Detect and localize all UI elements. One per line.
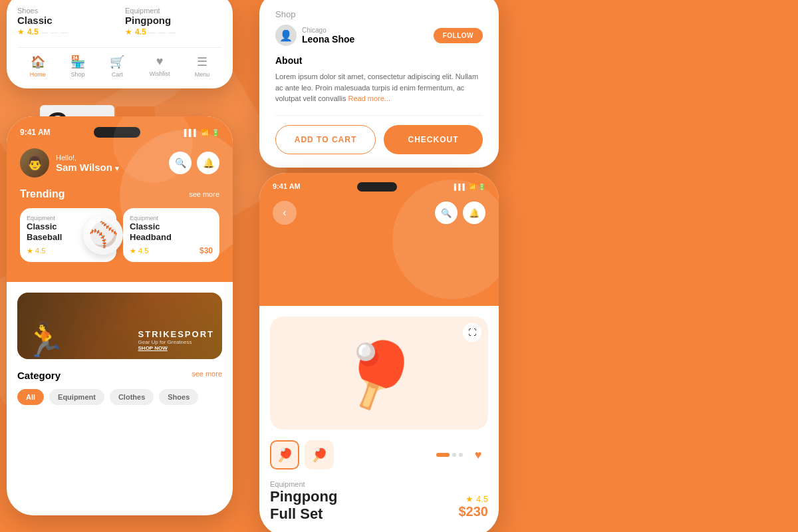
product-header: 9:41 AM ▌▌▌ 📶 🔋 ‹ 🔍 🔔 bbox=[259, 173, 499, 306]
product-name: Classic bbox=[17, 15, 114, 26]
tab-all[interactable]: All bbox=[17, 389, 44, 405]
star-rating: ★ 4.5 — — — bbox=[17, 27, 114, 37]
nav-cart[interactable]: 🛒 Cart bbox=[110, 55, 124, 78]
tab-shoes[interactable]: Shoes bbox=[159, 389, 198, 405]
product-rating: ★ 4.5 bbox=[459, 494, 489, 504]
product-name: PingpongFull Set bbox=[270, 488, 337, 523]
runner-icon: 🏃 bbox=[24, 321, 65, 359]
card-category: Equipment bbox=[130, 215, 213, 221]
banner-brand: STRIKESPORT bbox=[138, 329, 214, 339]
promo-banner[interactable]: STRIKESPORT Gear Up for Greatness SHOP N… bbox=[17, 293, 222, 359]
product-price: $230 bbox=[459, 504, 489, 519]
back-button[interactable]: ‹ bbox=[273, 201, 297, 225]
seller-name: Leona Shoe bbox=[302, 34, 354, 45]
checkout-button[interactable]: CHECKOUT bbox=[384, 125, 483, 154]
rating-dots: — — — bbox=[149, 29, 176, 36]
see-more-link[interactable]: see more bbox=[192, 370, 222, 381]
product-category: Equipment bbox=[270, 480, 488, 488]
shop-section-title: Shop bbox=[275, 9, 483, 19]
nav-wishlist[interactable]: ♥ Wishlist bbox=[150, 55, 170, 78]
product-image-area: 🏓 ⛶ bbox=[270, 317, 488, 430]
category-header: Category see more bbox=[17, 370, 222, 381]
baseball-image: ⚾ bbox=[83, 215, 123, 255]
star-icon: ★ 4.5 bbox=[27, 247, 45, 255]
expand-button[interactable]: ⛶ bbox=[463, 323, 481, 342]
product-category: Shoes bbox=[17, 7, 114, 15]
product-image: 🏓 bbox=[334, 330, 424, 416]
thumbnail-1[interactable]: 🏓 bbox=[270, 440, 299, 469]
category-title: Category bbox=[17, 370, 61, 381]
nav-menu[interactable]: ☰ Menu bbox=[195, 55, 210, 78]
rating-value: 4.5 bbox=[135, 27, 146, 37]
seller-details: Chicago Leona Shoe bbox=[302, 27, 354, 45]
bottom-nav: 🏠 Home 🏪 Shop 🛒 Cart ♥ Wishlist ☰ Menu bbox=[17, 47, 222, 78]
follow-button[interactable]: FOLLOW bbox=[434, 28, 483, 43]
shop-icon: 🏪 bbox=[70, 55, 85, 69]
nav-label: Shop bbox=[70, 71, 84, 78]
screen-top: Shoes Classic ★ 4.5 — — — Equipment Ping… bbox=[7, 0, 233, 88]
product-card-headband[interactable]: Equipment ClassicHeadband ★ 4.5 $30 bbox=[123, 208, 219, 262]
user-name: Sam Wilson ▾ bbox=[56, 162, 119, 173]
seller-row: 👤 Chicago Leona Shoe FOLLOW bbox=[275, 25, 483, 46]
avatar: 👨 bbox=[20, 148, 49, 178]
seller-location: Chicago bbox=[302, 27, 354, 34]
about-title: About bbox=[275, 55, 483, 66]
product-shoes: Shoes Classic ★ 4.5 — — — bbox=[17, 7, 114, 37]
add-to-cart-button[interactable]: ADD TO CART bbox=[275, 125, 376, 154]
seller-info: 👤 Chicago Leona Shoe bbox=[275, 25, 354, 46]
tab-equipment[interactable]: Equipment bbox=[49, 389, 104, 405]
nav-home[interactable]: 🏠 Home bbox=[30, 55, 46, 78]
star-icon: ★ bbox=[17, 27, 25, 37]
wishlist-icon: ♥ bbox=[156, 55, 164, 68]
seller-avatar: 👤 bbox=[275, 25, 297, 46]
star-icon: ★ bbox=[125, 27, 132, 37]
category-tabs: All Equipment Clothes Shoes bbox=[17, 389, 222, 405]
action-row: ADD TO CART CHECKOUT bbox=[275, 115, 483, 154]
nav-shop[interactable]: 🏪 Shop bbox=[70, 55, 85, 78]
thumbnail-2[interactable]: 🏓 bbox=[305, 440, 334, 469]
rating-value: 4.5 bbox=[27, 27, 39, 37]
rating-price: ★ 4.5 $230 bbox=[459, 494, 489, 519]
trending-label: Trending bbox=[20, 188, 65, 200]
menu-icon: ☰ bbox=[197, 55, 207, 69]
nav-label: Menu bbox=[195, 71, 210, 78]
tab-clothes[interactable]: Clothes bbox=[110, 389, 154, 405]
banner-cta: SHOP NOW bbox=[138, 345, 214, 351]
screen-header: 9:41 AM ▌▌▌ 📶 🔋 👨 Hello!, Sam Wilson ▾ bbox=[7, 116, 233, 282]
dot-active bbox=[436, 453, 450, 457]
carousel-dots bbox=[436, 453, 463, 457]
card-bottom: ★ 4.5 $30 bbox=[130, 246, 213, 255]
product-row: Shoes Classic ★ 4.5 — — — Equipment Ping… bbox=[17, 7, 222, 37]
user-info: 👨 Hello!, Sam Wilson ▾ bbox=[20, 148, 119, 178]
product-name: Pingpong bbox=[125, 15, 222, 26]
nav-label: Wishlist bbox=[150, 70, 170, 77]
screen-product-detail: 9:41 AM ▌▌▌ 📶 🔋 ‹ 🔍 🔔 🏓 ⛶ 🏓 🏓 bbox=[259, 173, 499, 532]
product-card-baseball[interactable]: Equipment ClassicBaseball ★ 4.5 $30 ⚾ bbox=[20, 208, 116, 262]
cart-icon: 🛒 bbox=[110, 55, 124, 69]
category-section: Category see more All Equipment Clothes … bbox=[17, 370, 222, 405]
greeting: Hello!, bbox=[56, 154, 119, 162]
star-rating: ★ 4.5 — — — bbox=[125, 27, 222, 37]
home-icon: 🏠 bbox=[31, 55, 45, 69]
card-name: ClassicHeadband bbox=[130, 221, 213, 242]
product-price-row: PingpongFull Set ★ 4.5 $230 bbox=[270, 488, 488, 525]
dropdown-icon: ▾ bbox=[115, 164, 119, 172]
nav-label: Home bbox=[30, 71, 46, 78]
product-equipment: Equipment Pingpong ★ 4.5 — — — bbox=[125, 7, 222, 37]
product-category: Equipment bbox=[125, 7, 222, 15]
banner-text: STRIKESPORT Gear Up for Greatness SHOP N… bbox=[138, 329, 214, 351]
product-cards: Equipment ClassicBaseball ★ 4.5 $30 ⚾ Eq… bbox=[20, 208, 219, 262]
circle-decoration bbox=[392, 180, 499, 299]
screen-shop: Shop 👤 Chicago Leona Shoe FOLLOW About L… bbox=[259, 0, 499, 168]
thumbnails-row: 🏓 🏓 ♥ bbox=[270, 440, 488, 469]
star-icon: ★ 4.5 bbox=[130, 247, 148, 255]
dot-inactive-2 bbox=[459, 453, 463, 457]
user-text: Hello!, Sam Wilson ▾ bbox=[56, 154, 119, 173]
status-time: 9:41 AM bbox=[20, 128, 51, 137]
screen-body: STRIKESPORT Gear Up for Greatness SHOP N… bbox=[7, 282, 233, 416]
card-price: $30 bbox=[200, 246, 213, 255]
read-more-link[interactable]: Read more... bbox=[348, 94, 390, 102]
nav-label: Cart bbox=[112, 71, 123, 78]
wishlist-button[interactable]: ♥ bbox=[468, 445, 488, 465]
rating-dots: — — — bbox=[41, 29, 68, 36]
